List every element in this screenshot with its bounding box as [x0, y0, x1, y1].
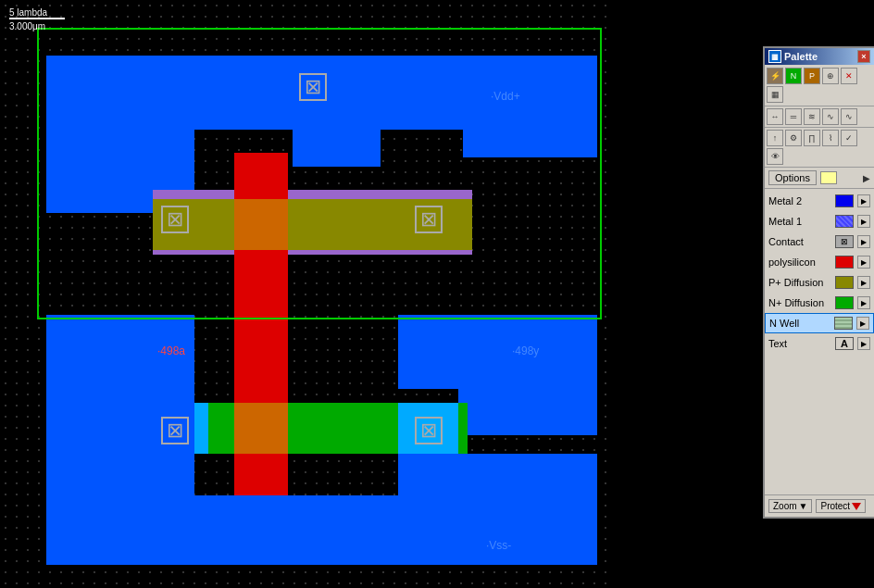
layer-ndiff-swatch: [835, 296, 854, 309]
layer-poly-swatch: [835, 256, 854, 269]
blue-left-bottom: [46, 389, 194, 565]
layer-metal1-name: Metal 1: [768, 216, 831, 227]
layer-ndiff-name: N+ Diffusion: [768, 297, 831, 308]
layer-metal2-swatch: [835, 194, 854, 207]
layer-metal2-side[interactable]: ▶: [857, 194, 870, 207]
layer-contact-side[interactable]: ▶: [857, 235, 870, 248]
icon-wave1[interactable]: ≋: [804, 108, 820, 125]
vdd-label: ·Vdd+: [491, 90, 520, 103]
layer-poly-side[interactable]: ▶: [857, 256, 870, 269]
label-498y: ·498y: [512, 344, 539, 357]
protect-button[interactable]: Protect: [816, 499, 866, 513]
layer-metal2-name: Metal 2: [768, 195, 831, 206]
scale-line: [9, 18, 65, 19]
palette-close-button[interactable]: ×: [857, 50, 870, 63]
contact-left-mid: [161, 206, 189, 233]
palette-toolbar-3: ↑ ⚙ ∏ ⌇ ✓ 👁: [765, 128, 874, 168]
um-label: 3.000μm: [9, 21, 65, 31]
layer-text-swatch: A: [835, 337, 854, 350]
icon-wave2[interactable]: ∿: [822, 108, 839, 125]
layer-text-name: Text: [768, 338, 831, 349]
layer-nwell-name: N Well: [769, 318, 830, 329]
icon-hline[interactable]: ═: [785, 108, 802, 125]
layer-ndiff-side[interactable]: ▶: [857, 296, 870, 309]
options-swatch: [820, 171, 837, 184]
layer-nwell-swatch: [834, 317, 853, 330]
vss-label: ·Vss-: [486, 539, 511, 552]
layer-pdiff-name: P+ Diffusion: [768, 277, 831, 288]
palette-title-icon: ▦: [768, 50, 781, 63]
icon-contact[interactable]: ⊕: [822, 68, 839, 84]
layer-contact[interactable]: Contact ⊠ ▶: [765, 231, 874, 252]
palette-toolbar-2: ↔ ═ ≋ ∿ ∿: [765, 106, 874, 128]
layer-poly[interactable]: polysilicon ▶: [765, 252, 874, 272]
lambda-label: 5 lambda: [9, 7, 65, 18]
layer-nwell[interactable]: N Well ▶: [765, 313, 874, 333]
layer-list: Metal 2 ▶ Metal 1 ▶ Contact ⊠ ▶ polysili…: [765, 189, 874, 356]
icon-hflip[interactable]: ↔: [767, 108, 783, 125]
layer-ndiff[interactable]: N+ Diffusion ▶: [765, 293, 874, 313]
contact-top-mid: [299, 73, 327, 101]
canvas-area[interactable]: 5 lambda 3.000μm ·Vd: [0, 0, 611, 588]
layer-contact-name: Contact: [768, 236, 831, 247]
protect-label: Protect: [820, 501, 850, 511]
orange-lower: [234, 403, 288, 454]
zoom-label: Zoom: [773, 501, 797, 511]
layer-pdiff-side[interactable]: ▶: [857, 276, 870, 289]
palette-titlebar: ▦ Palette ×: [765, 48, 874, 65]
icon-wire[interactable]: ⚡: [767, 68, 783, 84]
palette-toolbar-1: ⚡ N P ⊕ ✕ ▦: [765, 65, 874, 106]
icon-unused1[interactable]: ▦: [767, 86, 783, 103]
blue-right-mid: [458, 315, 597, 435]
palette-title: Palette: [784, 51, 818, 62]
icon-wave3[interactable]: ∿: [841, 108, 857, 125]
icon-eye[interactable]: 👁: [767, 148, 783, 165]
contact-left-low: [161, 417, 189, 444]
icon-delete[interactable]: ✕: [841, 68, 857, 84]
layer-metal1[interactable]: Metal 1 ▶: [765, 211, 874, 231]
green-rect: [37, 28, 602, 319]
icon-pmos[interactable]: P: [804, 68, 820, 84]
contact-right-mid: [415, 206, 443, 233]
layer-nwell-side[interactable]: ▶: [856, 317, 869, 330]
layer-metal2[interactable]: Metal 2 ▶: [765, 191, 874, 211]
layer-poly-name: polysilicon: [768, 256, 831, 268]
options-arrow[interactable]: ▶: [863, 173, 870, 183]
scale-bar: 5 lambda 3.000μm: [9, 7, 65, 31]
icon-check[interactable]: ✓: [841, 130, 857, 146]
icon-nmos[interactable]: N: [785, 68, 802, 84]
zoom-button[interactable]: Zoom ▼: [768, 499, 812, 513]
layer-metal1-swatch: [835, 215, 854, 228]
layer-text[interactable]: Text A ▶: [765, 333, 874, 354]
icon-gear[interactable]: ⚙: [785, 130, 802, 146]
contact-right-low: [415, 417, 443, 444]
layer-pdiff[interactable]: P+ Diffusion ▶: [765, 272, 874, 293]
palette-bottom: Zoom ▼ Protect: [765, 494, 874, 517]
options-bar: Options ▶: [765, 168, 874, 189]
protect-triangle: [852, 503, 861, 510]
layer-contact-swatch: ⊠: [835, 235, 854, 248]
options-button[interactable]: Options: [768, 170, 817, 185]
icon-up[interactable]: ↑: [767, 130, 783, 146]
zoom-arrow: ▼: [799, 501, 808, 511]
label-498a: ·498a: [157, 344, 185, 357]
icon-cap[interactable]: ∏: [804, 130, 820, 146]
icon-res[interactable]: ⌇: [822, 130, 839, 146]
palette-panel: ▦ Palette × ⚡ N P ⊕ ✕ ▦ ↔ ═ ≋ ∿ ∿ ↑ ⚙ ∏ …: [763, 46, 874, 519]
layer-pdiff-swatch: [835, 276, 854, 289]
layer-metal1-side[interactable]: ▶: [857, 215, 870, 228]
layer-text-side[interactable]: ▶: [857, 337, 870, 350]
